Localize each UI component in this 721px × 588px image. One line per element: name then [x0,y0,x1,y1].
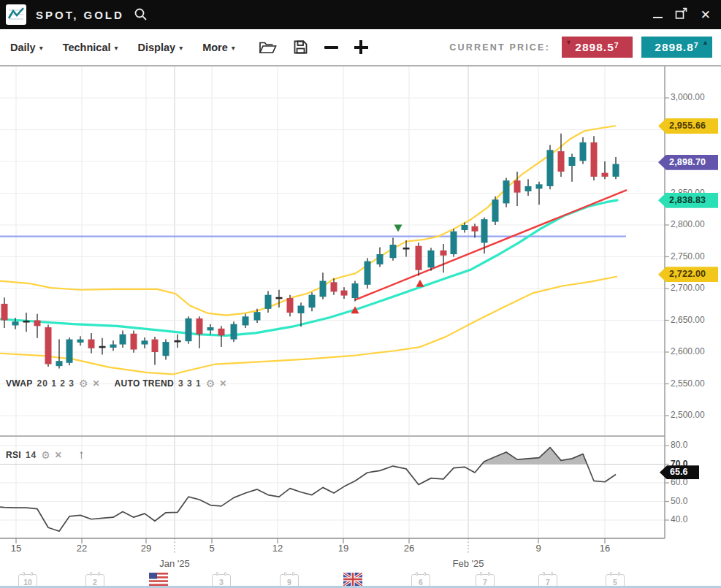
technical-dropdown[interactable]: Technical ▾ [63,42,118,53]
vwap-params: 20 1 2 3 [37,378,75,389]
price-up-arrow-icon: ▲ [702,39,709,46]
display-dropdown[interactable]: Display ▾ [138,42,183,53]
bid-price-badge: ▼ 2898.57 [562,37,633,58]
ask-price-value: 2898.8 [655,41,693,54]
price-down-arrow-icon: ▼ [565,39,573,46]
date-axis-label: 15 [0,543,32,554]
month-axis-label: Jan '25 [149,558,200,569]
vwap-label: VWAP [6,378,33,389]
title-bar: SPOT, GOLD ✕ [0,0,721,29]
ask-price-badge: 2898.87 ▲ [641,37,712,58]
search-icon[interactable] [134,7,148,24]
trading-app-window: SPOT, GOLD ✕ Daily ▾ Technical ▾ Display… [0,0,721,588]
rsi-move-up-icon[interactable]: ↑ [78,448,85,462]
price-axis-label: 3,000.00 [671,92,705,102]
rsi-label: RSI [6,450,21,460]
price-level-badge: 2,898.70 [658,155,718,170]
price-level-badge: 2,955.66 [658,118,718,134]
timeframe-dropdown-label: Daily [10,42,36,53]
price-axis-label: 2,700.00 [671,283,705,293]
timeframe-dropdown[interactable]: Daily ▾ [10,42,43,53]
vwap-indicator-header: VWAP 20 1 2 3 ⚙ ✕ AUTO TREND 3 3 1 ⚙ ✕ [6,378,226,389]
calendar-flag-uk-icon[interactable] [343,573,362,586]
popout-window-button[interactable] [675,7,688,23]
chevron-down-icon: ▾ [179,44,183,52]
price-level-badge: 2,838.83 [658,193,718,208]
technical-dropdown-label: Technical [63,42,111,53]
price-axis-label: 2,500.00 [671,410,705,420]
vwap-settings-gear-icon[interactable]: ⚙ [79,378,88,389]
ask-price-fraction: 7 [694,41,699,50]
chart-region: VWAP 20 1 2 3 ⚙ ✕ AUTO TREND 3 3 1 ⚙ ✕ R… [0,66,721,588]
price-axis-label: 2,550.00 [671,378,705,389]
window-title: SPOT, GOLD [36,9,124,21]
vwap-remove-icon[interactable]: ✕ [92,378,99,389]
month-axis-label: Feb '25 [443,558,494,569]
rsi-params: 14 [26,450,37,460]
price-axis-label: 2,800.00 [671,219,705,229]
calendar-flag-us-icon[interactable] [149,573,168,586]
date-axis-label: 26 [393,543,425,554]
current-price-label: CURRENT PRICE: [449,42,550,53]
rsi-axis-label: 50.0 [671,496,687,506]
date-axis-label: 22 [66,543,98,554]
price-axis-label: 2,600.00 [671,346,705,356]
chart-toolbar: Daily ▾ Technical ▾ Display ▾ More ▾ CUR… [0,29,721,66]
price-axis-label: 2,650.00 [671,315,705,325]
more-dropdown-label: More [202,42,228,53]
date-axis-label: 9 [522,543,554,554]
zoom-out-button[interactable] [324,46,338,49]
date-axis-label: 19 [327,543,359,554]
minimize-button[interactable] [653,17,663,18]
display-dropdown-label: Display [138,42,176,53]
rsi-remove-icon[interactable]: ✕ [55,450,62,460]
price-chart-canvas[interactable] [0,66,721,588]
autotrend-settings-gear-icon[interactable]: ⚙ [206,378,215,389]
autotrend-remove-icon[interactable]: ✕ [219,378,226,389]
date-axis-label: 12 [262,543,294,554]
rsi-value-badge: 65.6 [660,465,699,479]
chevron-down-icon: ▾ [115,44,118,52]
rsi-axis-label: 40.0 [671,514,687,524]
open-folder-button[interactable] [259,39,277,55]
rsi-indicator-header: RSI 14 ⚙ ✕ ↑ [6,448,84,462]
rsi-settings-gear-icon[interactable]: ⚙ [41,450,50,460]
price-axis-label: 2,750.00 [671,251,705,261]
date-axis-label: 5 [196,543,228,554]
chevron-down-icon: ▾ [39,44,43,52]
date-axis-label: 29 [130,543,162,554]
app-logo-icon [6,4,26,25]
close-window-icon[interactable]: ✕ [701,9,711,21]
bid-price-value: 2898.5 [575,41,614,54]
bid-price-fraction: 7 [614,41,619,50]
date-axis-label: 16 [589,543,621,554]
autotrend-label: AUTO TREND [115,378,174,389]
save-button[interactable] [293,39,308,55]
rsi-axis-label: 80.0 [671,440,687,450]
zoom-in-button[interactable] [354,40,368,54]
more-dropdown[interactable]: More ▾ [202,42,235,53]
price-level-badge: 2,722.00 [658,267,718,282]
autotrend-params: 3 3 1 [178,378,202,389]
chevron-down-icon: ▾ [232,44,235,52]
